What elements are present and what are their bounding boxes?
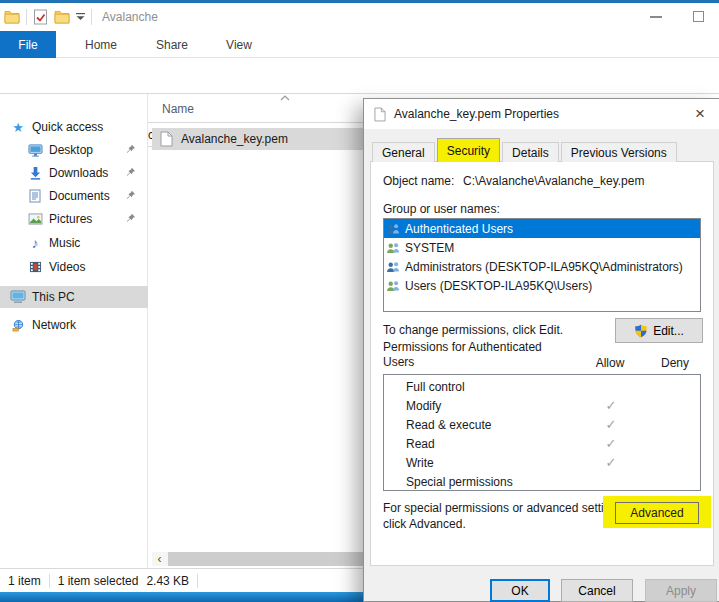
this-pc-icon [10,290,26,304]
object-name-row: Object name: C:\Avalanche\Avalanche_key.… [383,174,644,188]
permission-name: Write [406,456,434,470]
group-names-list[interactable]: Authenticated Users SYSTEM Administrator… [383,218,701,312]
users-group-icon [386,280,401,292]
tab-general[interactable]: General [372,142,435,162]
uac-shield-icon [634,324,648,338]
allow-checkmark: ✓ [586,455,636,470]
divider [26,9,27,25]
column-header-name[interactable]: Name [162,102,194,116]
group-name: Administrators (DESKTOP-ILA95KQ\Administ… [405,260,683,274]
scroll-left-arrow[interactable]: ‹ [152,552,167,566]
pem-file-icon [374,107,386,122]
sidebar-item-videos[interactable]: Videos [0,256,148,278]
edit-hint-text: To change permissions, click Edit. [383,323,563,337]
status-item-count: 1 item [0,574,49,588]
folder-icon[interactable] [54,10,70,24]
status-selected-size: 2.43 KB [146,574,197,588]
sidebar-item-this-pc[interactable]: This PC [0,286,148,308]
permission-name: Read [406,437,435,451]
sidebar-item-desktop[interactable]: Desktop [0,139,148,161]
permission-row-write: Write ✓ [384,453,700,472]
users-group-icon [386,261,401,273]
tab-file[interactable]: File [0,31,56,58]
tab-security[interactable]: Security [437,138,500,162]
pin-icon [126,213,136,223]
horizontal-scrollbar[interactable]: ‹ [152,552,363,566]
advanced-button[interactable]: Advanced [615,502,699,524]
sidebar-item-pictures[interactable]: Pictures [0,208,148,230]
properties-check-icon[interactable] [33,9,48,25]
close-button[interactable]: × [683,99,717,129]
sidebar-item-music[interactable]: ♪ Music [0,232,148,254]
ok-button[interactable]: OK [490,579,550,602]
divider [197,574,198,588]
allow-column-header: Allow [585,356,635,370]
tab-details[interactable]: Details [502,142,559,162]
tab-share[interactable]: Share [146,31,198,58]
deny-column-header: Deny [652,356,698,370]
sidebar-item-label: Videos [49,260,85,274]
permission-row-modify: Modify ✓ [384,396,700,415]
group-row-system[interactable]: SYSTEM [384,238,700,257]
permissions-header: Permissions for Authenticated Users [383,340,583,370]
tab-home[interactable]: Home [76,31,126,58]
sidebar-item-downloads[interactable]: Downloads [0,162,148,184]
sidebar-item-quick-access[interactable]: ★ Quick access [0,116,148,138]
properties-dialog: Avalanche_key.pem Properties × General S… [363,98,719,602]
tab-view[interactable]: View [216,31,262,58]
group-row-users[interactable]: Users (DESKTOP-ILA95KQ\Users) [384,276,700,295]
users-group-icon [386,242,401,254]
sidebar-item-label: This PC [32,290,75,304]
sidebar-item-label: Documents [49,189,110,203]
sidebar-item-label: Downloads [49,166,108,180]
sidebar-item-label: Network [32,318,76,332]
caption-buttons [635,3,719,30]
downloads-icon [27,166,43,180]
scrollbar-thumb[interactable] [168,552,363,566]
minimize-button[interactable] [635,3,677,30]
cancel-button[interactable]: Cancel [561,579,633,602]
group-row-administrators[interactable]: Administrators (DESKTOP-ILA95KQ\Administ… [384,257,700,276]
file-name: Avalanche_key.pem [181,132,288,146]
desktop-icon [27,144,43,157]
sidebar-item-network[interactable]: Network [0,314,148,336]
file-row-selected[interactable]: Avalanche_key.pem [152,128,363,150]
allow-checkmark: ✓ [586,398,636,413]
maximize-button[interactable] [677,3,719,30]
tab-previous-versions[interactable]: Previous Versions [561,142,677,162]
address-bar-row: ← → ↑ « Local Disk (C:) › Avalanche [0,58,719,94]
object-name-value: C:\Avalanche\Avalanche_key.pem [463,174,644,188]
allow-checkmark: ✓ [586,417,636,432]
group-name: SYSTEM [405,241,454,255]
navigation-pane: ★ Quick access Desktop Downloads Documen… [0,94,148,568]
sidebar-item-label: Quick access [32,120,103,134]
sidebar-item-label: Music [49,236,80,250]
permission-row-read-execute: Read & execute ✓ [384,415,700,434]
apply-button: Apply [645,579,717,602]
sort-ascending-icon[interactable] [280,95,290,101]
permissions-header-line2: Users [383,355,583,370]
documents-icon [27,189,43,203]
folder-icon [4,10,20,24]
divider [91,9,92,25]
qat-dropdown-icon[interactable] [76,13,85,21]
edit-button[interactable]: Edit... [615,318,703,343]
sidebar-item-documents[interactable]: Documents [0,185,148,207]
group-name: Users (DESKTOP-ILA95KQ\Users) [405,279,592,293]
explorer-titlebar[interactable]: Avalanche [0,3,719,30]
permission-row-special: Special permissions [384,472,700,491]
advanced-hint-line1: For special permissions or advanced sett… [383,500,626,516]
dialog-titlebar[interactable]: Avalanche_key.pem Properties × [364,99,719,129]
permissions-list[interactable]: Full control Modify ✓ Read & execute ✓ R… [383,374,701,491]
permission-name: Special permissions [406,475,513,489]
users-group-icon [386,223,401,235]
quick-access-star-icon: ★ [10,120,26,135]
maximize-icon [693,11,704,22]
edit-button-label: Edit... [653,324,684,338]
group-row-authenticated-users[interactable]: Authenticated Users [384,219,700,238]
permission-row-full-control: Full control [384,377,700,396]
allow-checkmark: ✓ [586,436,636,451]
permissions-header-line1: Permissions for Authenticated [383,340,583,355]
permission-row-read: Read ✓ [384,434,700,453]
pem-file-icon [160,131,173,147]
